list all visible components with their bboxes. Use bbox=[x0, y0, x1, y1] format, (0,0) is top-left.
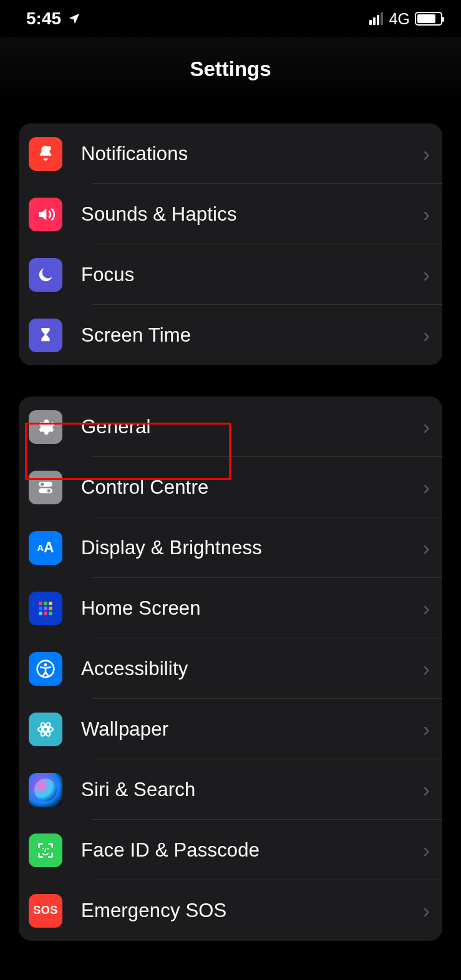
row-label: General bbox=[81, 416, 423, 438]
accessibility-icon bbox=[29, 652, 62, 686]
flower-icon bbox=[29, 713, 62, 746]
faceid-icon bbox=[29, 833, 62, 867]
settings-group: General›Control Centre›AADisplay & Brigh… bbox=[19, 396, 442, 941]
cellular-signal-icon bbox=[369, 12, 383, 25]
svg-rect-12 bbox=[44, 612, 47, 615]
svg-point-4 bbox=[47, 489, 51, 492]
status-bar: 5:45 4G bbox=[0, 0, 461, 37]
row-label: Screen Time bbox=[81, 324, 423, 347]
clock: 5:45 bbox=[26, 9, 61, 29]
settings-row-emergency-sos[interactable]: SOSEmergency SOS› bbox=[19, 880, 442, 941]
chevron-right-icon: › bbox=[423, 838, 430, 862]
svg-rect-13 bbox=[49, 612, 52, 615]
settings-row-notifications[interactable]: Notifications› bbox=[19, 123, 442, 184]
settings-row-focus[interactable]: Focus› bbox=[19, 244, 442, 305]
chevron-right-icon: › bbox=[423, 323, 430, 347]
svg-rect-10 bbox=[49, 607, 52, 610]
settings-row-general[interactable]: General› bbox=[19, 396, 442, 457]
chevron-right-icon: › bbox=[423, 475, 430, 499]
textsize-icon: AA bbox=[29, 531, 62, 565]
settings-row-sounds-haptics[interactable]: Sounds & Haptics› bbox=[19, 184, 442, 244]
network-label: 4G bbox=[389, 10, 410, 28]
svg-rect-7 bbox=[49, 602, 52, 605]
settings-row-home-screen[interactable]: Home Screen› bbox=[19, 578, 442, 638]
svg-rect-9 bbox=[44, 607, 47, 610]
chevron-right-icon: › bbox=[423, 596, 430, 620]
settings-row-wallpaper[interactable]: Wallpaper› bbox=[19, 699, 442, 759]
chevron-right-icon: › bbox=[423, 142, 430, 166]
page-title: Settings bbox=[0, 37, 461, 105]
chevron-right-icon: › bbox=[423, 415, 430, 439]
chevron-right-icon: › bbox=[423, 262, 430, 287]
settings-row-screen-time[interactable]: Screen Time› bbox=[19, 305, 442, 365]
grid-icon bbox=[29, 592, 62, 625]
location-icon bbox=[67, 12, 81, 26]
row-label: Wallpaper bbox=[81, 718, 423, 741]
row-label: Emergency SOS bbox=[81, 900, 423, 922]
status-right: 4G bbox=[369, 10, 442, 28]
svg-point-15 bbox=[44, 663, 47, 666]
settings-list: Notifications›Sounds & Haptics›Focus›Scr… bbox=[0, 123, 461, 941]
chevron-right-icon: › bbox=[423, 717, 430, 741]
chevron-right-icon: › bbox=[423, 202, 430, 226]
settings-row-siri-search[interactable]: Siri & Search› bbox=[19, 759, 442, 820]
sos-icon: SOS bbox=[29, 894, 62, 928]
speaker-icon bbox=[29, 198, 62, 231]
svg-rect-5 bbox=[39, 602, 42, 605]
settings-row-control-centre[interactable]: Control Centre› bbox=[19, 457, 442, 517]
chevron-right-icon: › bbox=[423, 777, 430, 802]
moon-icon bbox=[29, 258, 62, 292]
row-label: Control Centre bbox=[81, 476, 423, 499]
svg-rect-11 bbox=[39, 612, 42, 615]
status-left: 5:45 bbox=[26, 9, 81, 29]
row-label: Accessibility bbox=[81, 658, 423, 680]
settings-group: Notifications›Sounds & Haptics›Focus›Scr… bbox=[19, 123, 442, 365]
row-label: Siri & Search bbox=[81, 779, 423, 801]
svg-rect-8 bbox=[39, 607, 42, 610]
svg-point-20 bbox=[42, 848, 44, 850]
svg-point-2 bbox=[41, 483, 44, 486]
chevron-right-icon: › bbox=[423, 536, 430, 560]
row-label: Focus bbox=[81, 264, 423, 286]
row-label: Notifications bbox=[81, 143, 423, 165]
chevron-right-icon: › bbox=[423, 898, 430, 923]
row-label: Face ID & Passcode bbox=[81, 839, 423, 862]
svg-point-21 bbox=[47, 848, 49, 850]
hourglass-icon bbox=[29, 319, 62, 352]
row-label: Display & Brightness bbox=[81, 537, 423, 559]
row-label: Sounds & Haptics bbox=[81, 203, 423, 226]
settings-row-accessibility[interactable]: Accessibility› bbox=[19, 638, 442, 699]
svg-point-16 bbox=[44, 727, 48, 731]
battery-icon bbox=[415, 12, 442, 26]
switches-icon bbox=[29, 471, 62, 504]
gear-icon bbox=[29, 410, 62, 444]
settings-row-face-id-passcode[interactable]: Face ID & Passcode› bbox=[19, 820, 442, 880]
chevron-right-icon: › bbox=[423, 656, 430, 681]
row-label: Home Screen bbox=[81, 597, 423, 620]
siri-icon bbox=[29, 773, 62, 807]
svg-rect-6 bbox=[44, 602, 47, 605]
settings-row-display-brightness[interactable]: AADisplay & Brightness› bbox=[19, 517, 442, 578]
bell-icon bbox=[29, 137, 62, 171]
svg-point-0 bbox=[47, 146, 51, 150]
